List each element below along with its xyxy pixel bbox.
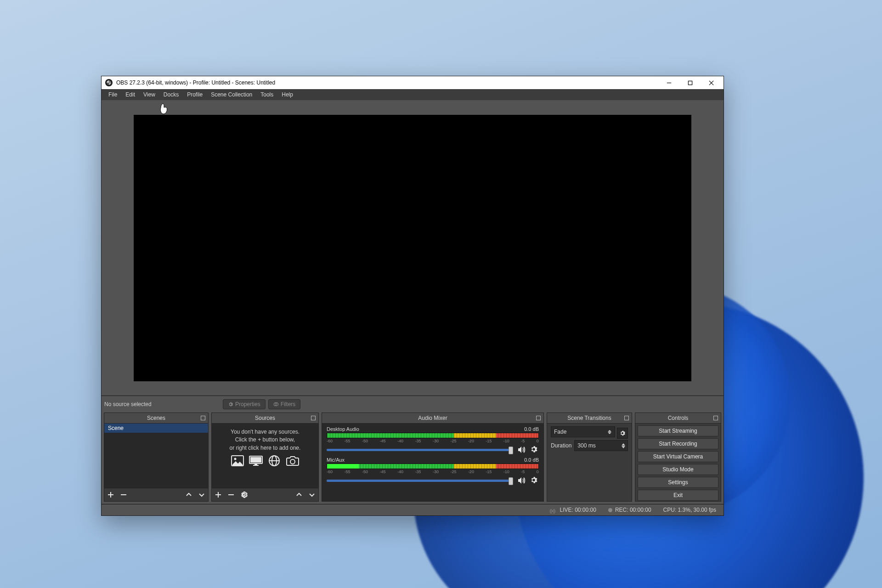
scenes-list[interactable]: Scene: [104, 424, 208, 488]
sources-empty-line: or right click here to add one.: [218, 444, 312, 452]
channel-name: Mic/Aux: [327, 457, 345, 463]
scene-move-up-button[interactable]: [184, 490, 193, 499]
statusbar: LIVE: 00:00:00 REC: 00:00:00 CPU: 1.3%, …: [102, 504, 724, 515]
mute-button[interactable]: [517, 445, 526, 454]
exit-button[interactable]: Exit: [638, 490, 718, 501]
studio-mode-button[interactable]: Studio Mode: [638, 464, 718, 475]
settings-button[interactable]: Settings: [638, 477, 718, 488]
remove-source-button[interactable]: [226, 490, 236, 499]
mixer-body: Desktop Audio 0.0 dB -60-55-50-45-40-35-…: [322, 424, 543, 501]
start-streaming-button[interactable]: Start Streaming: [638, 425, 718, 436]
sources-header[interactable]: Sources: [212, 413, 318, 424]
controls-header[interactable]: Controls: [635, 413, 721, 424]
source-move-down-button[interactable]: [307, 490, 317, 499]
svg-point-10: [234, 458, 237, 460]
menu-edit[interactable]: Edit: [121, 89, 139, 100]
obs-window: OBS 27.2.3 (64-bit, windows) - Profile: …: [101, 76, 724, 516]
popout-icon[interactable]: [623, 415, 630, 421]
source-properties-button[interactable]: [239, 490, 249, 499]
duration-label: Duration: [551, 442, 571, 449]
browser-source-icon: [267, 455, 281, 467]
rec-status: REC: 00:00:00: [608, 507, 651, 513]
svg-rect-14: [253, 465, 259, 466]
menu-scene-collection[interactable]: Scene Collection: [207, 89, 256, 100]
scenes-header[interactable]: Scenes: [104, 413, 208, 424]
svg-point-18: [290, 459, 295, 464]
level-meter: [327, 464, 539, 469]
scene-move-down-button[interactable]: [197, 490, 206, 499]
controls-title: Controls: [668, 415, 689, 421]
signal-icon: [549, 508, 557, 513]
live-status: LIVE: 00:00:00: [549, 507, 596, 513]
svg-rect-1: [688, 81, 692, 85]
sources-empty-line: Click the + button below,: [218, 436, 312, 444]
properties-button[interactable]: Properties: [223, 399, 266, 409]
controls-body: Start Streaming Start Recording Start Vi…: [635, 424, 721, 501]
scene-item[interactable]: Scene: [104, 424, 208, 433]
transitions-title: Scene Transitions: [567, 415, 611, 421]
start-virtual-camera-button[interactable]: Start Virtual Camera: [638, 451, 718, 462]
filters-button-label: Filters: [281, 401, 296, 407]
add-scene-button[interactable]: [106, 490, 115, 499]
menu-profile[interactable]: Profile: [183, 89, 207, 100]
cpu-status: CPU: 1.3%, 30.00 fps: [663, 507, 716, 513]
scenes-dock: Scenes Scene: [104, 413, 209, 502]
spinner-icon[interactable]: [621, 441, 626, 450]
camera-source-icon: [286, 455, 300, 467]
channel-settings-button[interactable]: [530, 445, 539, 454]
preview-area[interactable]: [102, 100, 724, 396]
titlebar[interactable]: OBS 27.2.3 (64-bit, windows) - Profile: …: [102, 76, 724, 89]
menu-tools[interactable]: Tools: [256, 89, 277, 100]
source-move-up-button[interactable]: [294, 490, 304, 499]
channel-level: 0.0 dB: [524, 457, 539, 463]
mute-button[interactable]: [517, 476, 526, 485]
transition-properties-button[interactable]: [617, 428, 628, 439]
properties-button-label: Properties: [235, 401, 260, 407]
sources-empty-message: You don't have any sources. Click the + …: [212, 424, 318, 469]
popout-icon[interactable]: [310, 415, 317, 421]
start-recording-button[interactable]: Start Recording: [638, 438, 718, 449]
menubar: File Edit View Docks Profile Scene Colle…: [102, 89, 724, 100]
popout-icon[interactable]: [200, 415, 206, 421]
controls-dock: Controls Start Streaming Start Recording…: [635, 413, 721, 502]
channel-level: 0.0 dB: [524, 426, 539, 432]
transition-select-value: Fade: [554, 429, 566, 435]
channel-settings-button[interactable]: [530, 476, 539, 485]
dock-row: Scenes Scene Sources You don't: [102, 413, 724, 504]
close-button[interactable]: [701, 76, 722, 89]
menu-docks[interactable]: Docks: [159, 89, 183, 100]
display-source-icon: [249, 455, 263, 467]
audio-mixer-dock: Audio Mixer Desktop Audio 0.0 dB -60-55-…: [322, 413, 544, 502]
mixer-channel: Desktop Audio 0.0 dB -60-55-50-45-40-35-…: [322, 424, 543, 455]
sources-list[interactable]: You don't have any sources. Click the + …: [212, 424, 318, 488]
filters-button[interactable]: Filters: [268, 399, 301, 409]
image-source-icon: [231, 455, 244, 467]
svg-rect-13: [254, 464, 257, 465]
obs-app-icon: [105, 79, 113, 86]
popout-icon[interactable]: [712, 415, 719, 421]
transition-select[interactable]: Fade: [551, 426, 615, 437]
preview-canvas[interactable]: [134, 115, 691, 381]
level-meter: [327, 433, 539, 438]
menu-view[interactable]: View: [139, 89, 159, 100]
menu-help[interactable]: Help: [277, 89, 297, 100]
channel-name: Desktop Audio: [327, 426, 359, 432]
transitions-header[interactable]: Scene Transitions: [547, 413, 632, 424]
volume-slider[interactable]: [327, 480, 513, 482]
add-source-button[interactable]: [214, 490, 223, 499]
maximize-button[interactable]: [679, 76, 701, 89]
menu-file[interactable]: File: [104, 89, 121, 100]
duration-input[interactable]: 300 ms: [574, 440, 628, 451]
chevron-updown-icon: [606, 428, 613, 435]
mixer-header[interactable]: Audio Mixer: [322, 413, 543, 424]
volume-slider[interactable]: [327, 449, 513, 451]
sources-title: Sources: [255, 415, 275, 421]
remove-scene-button[interactable]: [119, 490, 128, 499]
record-dot-icon: [608, 508, 612, 512]
meter-ticks: -60-55-50-45-40-35-30-25-20-15-10-50: [327, 439, 539, 443]
sources-empty-line: You don't have any sources.: [218, 428, 312, 436]
duration-value: 300 ms: [577, 442, 595, 449]
popout-icon[interactable]: [535, 415, 542, 421]
minimize-button[interactable]: [658, 76, 679, 89]
sources-dock: Sources You don't have any sources. Clic…: [211, 413, 319, 502]
